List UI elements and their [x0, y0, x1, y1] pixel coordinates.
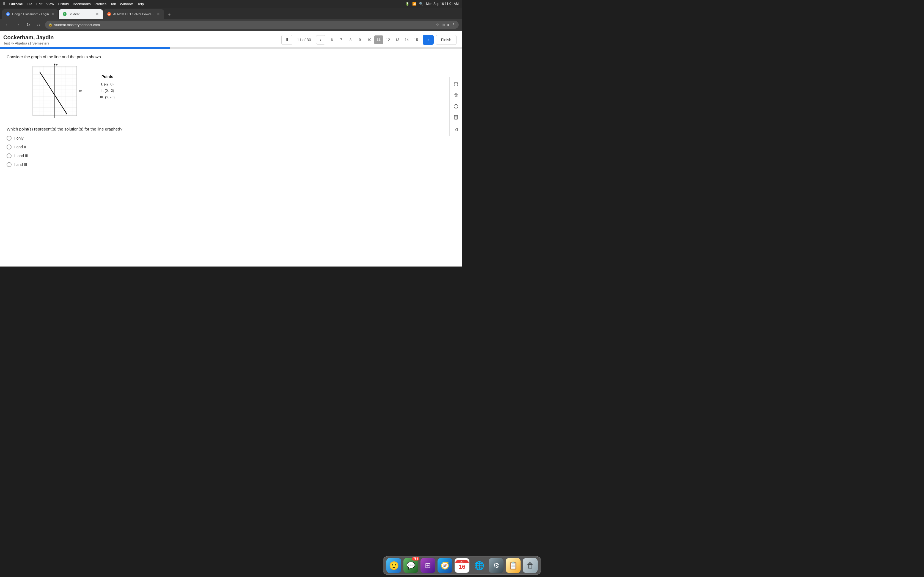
page-num-8[interactable]: 8: [346, 35, 355, 44]
question-section: Consider the graph of the line and the p…: [0, 49, 462, 266]
svg-text:x: x: [80, 89, 82, 93]
tab-bar: G Google Classroom - Login ✕ S Student ✕…: [0, 8, 462, 19]
choice-b[interactable]: I and II: [6, 145, 456, 150]
page-content: Cockerham, Jaydin Test 4- Algebra (1 Sem…: [0, 31, 462, 266]
forward-button[interactable]: →: [14, 21, 21, 29]
page-numbers: 6 7 8 9 10 11 12 13 14 15: [328, 35, 420, 44]
pause-button[interactable]: ⏸: [281, 35, 292, 45]
page-num-11[interactable]: 11: [374, 35, 383, 44]
tab-ai-math[interactable]: A AI Math GPT Solver Powered... ✕: [103, 9, 164, 19]
tab-student-close[interactable]: ✕: [96, 12, 99, 16]
profiles-menu[interactable]: Profiles: [95, 2, 107, 6]
page-num-13[interactable]: 13: [393, 35, 402, 44]
graph-svg: x y: [29, 63, 84, 121]
apple-menu[interactable]: : [3, 2, 5, 6]
right-sidebar: [449, 77, 462, 136]
pause-icon: ⏸: [284, 37, 289, 42]
radio-b[interactable]: [6, 145, 11, 150]
address-icons: ☆ ⊞ ● ⋮: [436, 23, 456, 27]
prev-page-button[interactable]: ‹: [316, 35, 325, 45]
file-menu[interactable]: File: [27, 2, 32, 6]
chrome-menu[interactable]: Chrome: [9, 2, 23, 6]
tab-ai-math-close[interactable]: ✕: [157, 12, 160, 16]
refresh-button[interactable]: ↻: [24, 21, 32, 29]
menu-bar:  Chrome File Edit View History Bookmark…: [0, 0, 462, 8]
sidebar-collapse-button[interactable]: [451, 125, 461, 134]
svg-rect-14: [455, 116, 457, 117]
help-menu[interactable]: Help: [136, 2, 144, 6]
menu-items: Chrome File Edit View History Bookmarks …: [9, 2, 144, 6]
answer-section: Which point(s) represent(s) the solution…: [6, 127, 456, 167]
svg-point-18: [455, 118, 455, 119]
radio-c[interactable]: [6, 153, 11, 158]
student-info: Cockerham, Jaydin Test 4- Algebra (1 Sem…: [3, 34, 53, 45]
tab-google-classroom-title: Google Classroom - Login: [12, 12, 49, 16]
datetime: Mon Sep 16 11:01 AM: [426, 2, 459, 6]
home-button[interactable]: ⌂: [35, 21, 42, 29]
expand-icon: [454, 82, 459, 87]
tab-google-classroom[interactable]: G Google Classroom - Login ✕: [2, 9, 58, 19]
calculator-icon: [454, 115, 459, 120]
page-num-12[interactable]: 12: [384, 35, 393, 44]
window-menu[interactable]: Window: [120, 2, 132, 6]
address-container[interactable]: 🔒 student.masteryconnect.com ☆ ⊞ ● ⋮: [45, 21, 459, 29]
calculator-tool[interactable]: [451, 112, 461, 122]
page-num-6[interactable]: 6: [328, 35, 336, 44]
tab-student[interactable]: S Student ✕: [59, 9, 103, 19]
view-menu[interactable]: View: [46, 2, 54, 6]
choice-c[interactable]: II and III: [6, 153, 456, 158]
choice-b-label: I and II: [14, 145, 26, 149]
svg-point-9: [455, 95, 457, 97]
browser-window: G Google Classroom - Login ✕ S Student ✕…: [0, 8, 462, 266]
finish-button[interactable]: Finish: [436, 35, 457, 45]
more-icon[interactable]: ⋮: [452, 23, 456, 27]
lock-icon: 🔒: [48, 23, 53, 27]
battery-icon: 🔋: [405, 2, 409, 6]
snapshot-icon: [454, 93, 459, 98]
tab-google-classroom-close[interactable]: ✕: [51, 12, 55, 16]
bookmark-icon[interactable]: ☆: [436, 23, 439, 27]
student-header: Cockerham, Jaydin Test 4- Algebra (1 Sem…: [0, 31, 462, 47]
bookmarks-menu[interactable]: Bookmarks: [73, 2, 91, 6]
info-icon: [454, 104, 459, 109]
snapshot-tool[interactable]: [451, 90, 461, 101]
profile-icon[interactable]: ●: [447, 23, 449, 27]
student-name: Cockerham, Jaydin: [3, 34, 53, 41]
expand-tool[interactable]: [451, 79, 461, 90]
page-num-10[interactable]: 10: [365, 35, 374, 44]
radio-a[interactable]: [6, 136, 11, 141]
new-tab-button[interactable]: +: [166, 11, 173, 19]
collapse-icon: [454, 127, 458, 132]
page-num-14[interactable]: 14: [402, 35, 411, 44]
page-num-9[interactable]: 9: [355, 35, 364, 44]
question-text: Consider the graph of the line and the p…: [6, 55, 456, 59]
wifi-icon: 📶: [412, 2, 416, 6]
which-text: Which point(s) represent(s) the solution…: [6, 127, 456, 131]
point-item-2: II. (0, -2): [100, 87, 115, 94]
choice-a[interactable]: I only: [6, 136, 456, 141]
menu-bar-right: 🔋 📶 🔍 Mon Sep 16 11:01 AM: [405, 2, 459, 6]
history-menu[interactable]: History: [58, 2, 69, 6]
extension-icon[interactable]: ⊞: [442, 23, 445, 27]
svg-point-20: [457, 118, 457, 119]
search-icon[interactable]: 🔍: [419, 2, 423, 6]
page-num-7[interactable]: 7: [337, 35, 346, 44]
choice-c-label: II and III: [14, 153, 28, 158]
tab-menu[interactable]: Tab: [110, 2, 116, 6]
edit-menu[interactable]: Edit: [36, 2, 42, 6]
svg-point-19: [456, 118, 456, 119]
page-num-15[interactable]: 15: [412, 35, 420, 44]
back-button[interactable]: ←: [3, 21, 11, 29]
points-box: Points I. (-2, 0) II. (0, -2) III. (2, -…: [100, 74, 115, 100]
content-area: Consider the graph of the line and the p…: [0, 49, 462, 266]
info-tool[interactable]: [451, 101, 461, 111]
choice-d[interactable]: I and III: [6, 162, 456, 167]
address-text: student.masteryconnect.com: [54, 23, 100, 27]
tab-student-title: Student: [69, 12, 94, 16]
question-count: 11 of 30: [294, 38, 314, 42]
tab-ai-math-title: AI Math GPT Solver Powered...: [113, 12, 155, 16]
choice-a-label: I only: [14, 136, 23, 140]
next-page-button[interactable]: ›: [423, 35, 434, 45]
graph-area: x y Points I. (-2, 0) II. (0, -2) III. (…: [6, 63, 456, 121]
radio-d[interactable]: [6, 162, 11, 167]
